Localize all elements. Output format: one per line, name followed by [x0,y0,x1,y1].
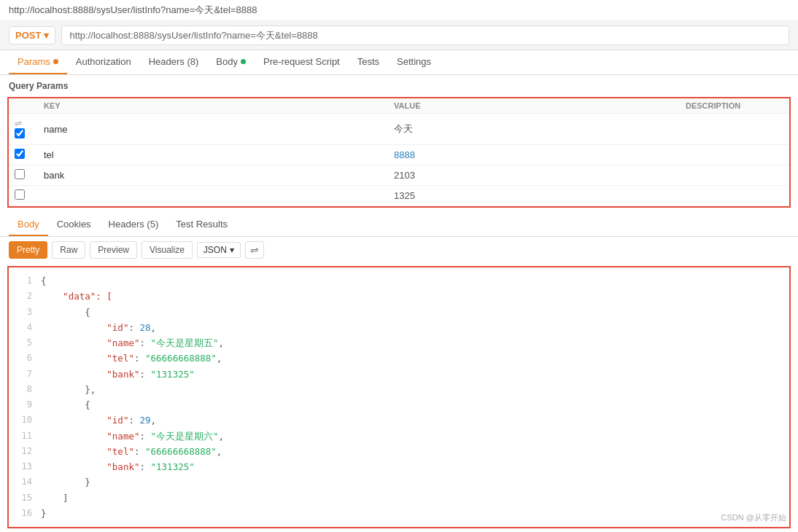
line-number: 6 [12,351,32,366]
code-line: 4 "id": 28, [9,320,789,335]
line-content: } [41,474,786,490]
filter-icon[interactable]: ⇌ [15,118,22,128]
tab-settings-label: Settings [397,56,431,67]
row-desc-0 [680,114,789,145]
tab-settings[interactable]: Settings [388,50,440,74]
brace-token: { [41,307,90,318]
row-key-0: name [38,114,388,145]
punct-token: , [151,322,157,333]
query-params-label: Query Params [0,75,798,94]
visualize-button[interactable]: Visualize [142,241,193,259]
code-line: 16} [9,506,789,521]
table-row: tel8888 [9,145,789,165]
row-value-0: 今天 [388,114,680,145]
response-tab-testresults[interactable]: Test Results [167,214,236,236]
code-line: 7 "bank": "131325" [9,367,789,382]
key-token: "name" [41,337,139,348]
key-token: "name" [41,431,139,442]
row-checkbox-0[interactable] [15,128,25,138]
th-key: KEY [38,98,388,114]
tab-headers[interactable]: Headers (8) [140,50,208,74]
code-line: 10 "id": 29, [9,412,789,428]
brace-token: { [41,275,47,286]
response-tab-cookies[interactable]: Cookies [48,214,100,236]
response-tab-headers[interactable]: Headers (5) [100,214,168,236]
string-token: "今天是星期五" [151,337,219,348]
tab-authorization-label: Authorization [76,56,131,67]
line-content: "data": [ [41,289,786,304]
number-token: 28 [139,322,150,333]
line-content: "id": 29, [41,412,786,428]
line-content: "name": "今天是星期五", [41,335,786,351]
pretty-button[interactable]: Pretty [9,241,47,259]
key-token: "data": [ [41,291,112,302]
code-line: 15 ] [9,490,789,506]
string-token: "131325" [151,461,195,472]
wrap-icon[interactable]: ⇌ [245,241,264,259]
key-token: "bank" [41,461,139,472]
line-number: 12 [12,444,32,459]
line-number: 1 [12,273,32,289]
code-line: 2 "data": [ [9,289,789,304]
line-number: 7 [12,367,32,382]
tab-tests-label: Tests [357,56,379,67]
line-number: 16 [12,506,32,521]
tab-prerequest[interactable]: Pre-request Script [255,50,349,74]
table-row: ⇌name今天 [9,114,789,145]
line-number: 10 [12,412,32,428]
raw-button[interactable]: Raw [52,241,85,259]
key-token: "id" [41,322,128,333]
code-line: 13 "bank": "131325" [9,459,789,474]
line-number: 11 [12,429,32,444]
line-content: { [41,273,786,289]
th-description: DESCRIPTION [680,98,789,114]
preview-button[interactable]: Preview [90,241,137,259]
tab-headers-label: Headers (8) [149,56,199,67]
code-line: 5 "name": "今天是星期五", [9,335,789,351]
line-number: 8 [12,382,32,397]
response-tab-body[interactable]: Body [9,214,48,236]
tab-body-label: Body [216,56,238,67]
code-line: 1{ [9,273,789,289]
row-checkbox-2[interactable] [15,169,25,179]
row-value-2: 2103 [388,165,680,186]
brace-token: }, [41,384,96,395]
code-line: 12 "tel": "66666668888", [9,444,789,459]
key-token: "id" [41,415,128,426]
row-key-1: tel [38,145,388,165]
line-number: 9 [12,397,32,412]
url-input[interactable] [61,26,789,45]
row-desc-3 [680,186,789,206]
tab-body[interactable]: Body [207,50,255,74]
brace-token: { [41,399,90,410]
tab-prerequest-label: Pre-request Script [263,56,340,67]
tab-params[interactable]: Params [9,50,67,74]
line-content: "bank": "131325" [41,459,786,474]
row-checkbox-3[interactable] [15,189,25,200]
line-number: 4 [12,320,32,335]
punct-token: : [134,446,145,457]
method-dropdown[interactable]: POST ▾ [9,26,55,44]
line-number: 14 [12,474,32,490]
tab-tests[interactable]: Tests [349,50,388,74]
row-key-3 [38,186,388,206]
params-dot [53,59,58,64]
response-tabs-nav: Body Cookies Headers (5) Test Results [0,214,798,237]
format-dropdown[interactable]: JSON ▾ [197,242,241,258]
punct-token: : [128,415,139,426]
string-token: "66666668888" [145,353,217,364]
query-params-container: KEY VALUE DESCRIPTION ⇌name今天tel8888bank… [7,97,791,208]
brace-token: } [41,477,90,488]
punct-token: , [219,337,225,348]
line-content: } [41,506,786,521]
number-token: 29 [139,415,150,426]
line-number: 5 [12,335,32,351]
tab-authorization[interactable]: Authorization [67,50,140,74]
brace-token: } [41,508,47,519]
punct-token: , [217,353,222,364]
row-checkbox-1[interactable] [15,149,25,159]
table-row: 1325 [9,186,789,206]
brace-token: ] [41,493,69,504]
code-line: 3 { [9,305,789,320]
code-line: 14 } [9,474,789,490]
